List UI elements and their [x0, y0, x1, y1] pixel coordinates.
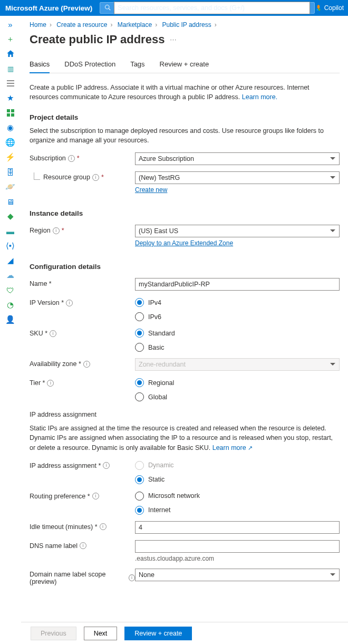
- rail-sql-icon[interactable]: 🗄: [5, 167, 16, 177]
- copilot-icon: [315, 4, 322, 12]
- tier-label: Tier * i: [30, 377, 135, 387]
- idle-label: Idle timeout (minutes) * i: [30, 521, 135, 531]
- search-input[interactable]: [114, 2, 310, 14]
- info-icon[interactable]: i: [80, 542, 86, 549]
- scope-label: Domain name label scope (preview) i: [30, 569, 135, 585]
- breadcrumb-home[interactable]: Home: [30, 21, 46, 28]
- breadcrumb-create[interactable]: Create a resource: [56, 21, 107, 28]
- svg-rect-10: [11, 113, 14, 117]
- rail-functions-icon[interactable]: ⚡: [5, 152, 16, 162]
- idle-timeout-input[interactable]: [135, 521, 340, 534]
- more-icon[interactable]: ···: [170, 36, 177, 43]
- rail-add-icon[interactable]: ＋: [5, 34, 16, 44]
- global-search[interactable]: [100, 2, 314, 14]
- tab-tags[interactable]: Tags: [130, 60, 144, 73]
- ipv6-radio[interactable]: IPv6: [135, 312, 340, 321]
- rail-cost-icon[interactable]: ◔: [5, 300, 16, 310]
- learn-more-link[interactable]: Learn more.: [242, 93, 277, 101]
- rail-star-icon[interactable]: ★: [5, 93, 16, 103]
- rail-list-icon[interactable]: [5, 78, 16, 89]
- assign-dynamic-radio: Dynamic: [135, 461, 340, 470]
- ip-assign-help: Static IPs are assigned at the time the …: [30, 424, 340, 452]
- section-project: Project details: [30, 113, 340, 121]
- sku-label: SKU * i: [30, 328, 135, 337]
- rail-aad-icon[interactable]: ◢: [5, 255, 16, 266]
- tier-regional-radio[interactable]: Regional: [135, 378, 340, 387]
- previous-button: Previous: [31, 627, 76, 640]
- breadcrumb-pip[interactable]: Public IP address: [162, 21, 211, 28]
- rail-support-icon[interactable]: 👤: [5, 314, 16, 325]
- rail-cosmos-icon[interactable]: 🪐: [5, 181, 16, 192]
- svg-point-2: [316, 9, 318, 11]
- ipv4-radio[interactable]: IPv4: [135, 298, 340, 307]
- svg-rect-8: [11, 109, 14, 112]
- svg-rect-7: [7, 109, 10, 112]
- availability-zone-select: Zone-redundant: [135, 358, 340, 371]
- project-hint: Select the subscription to manage deploy…: [30, 127, 340, 145]
- info-icon[interactable]: i: [68, 155, 75, 162]
- dns-label: DNS name label i: [30, 540, 135, 550]
- breadcrumb-marketplace[interactable]: Marketplace: [118, 21, 152, 28]
- subscription-select[interactable]: Azure Subscription: [135, 152, 340, 165]
- rail-lb-icon[interactable]: ◆: [5, 211, 16, 222]
- rail-dashboard-icon[interactable]: ▥: [5, 63, 16, 74]
- rail-vnet-icon[interactable]: ⟨•⟩: [5, 241, 16, 251]
- info-icon[interactable]: i: [100, 523, 107, 530]
- create-new-rg-link[interactable]: Create new: [135, 186, 167, 194]
- ip-assign-title: IP address assignment: [30, 411, 340, 418]
- ipversion-label: IP Version * i: [30, 297, 135, 306]
- rail-globe-icon[interactable]: 🌐: [5, 137, 16, 148]
- tier-global-radio[interactable]: Global: [135, 392, 340, 401]
- search-icon: [104, 4, 111, 12]
- region-select[interactable]: (US) East US: [135, 225, 340, 237]
- wizard-footer: Previous Next Review + create: [21, 622, 348, 644]
- info-icon[interactable]: i: [129, 574, 135, 581]
- info-icon[interactable]: i: [66, 300, 73, 306]
- rail-home-icon[interactable]: [5, 49, 16, 59]
- tabs: Basics DDoS Protection Tags Review + cre…: [30, 60, 340, 73]
- dns-suffix: .eastus.cloudapp.azure.com: [135, 555, 340, 562]
- assign-static-radio[interactable]: Static: [135, 475, 340, 484]
- rail-grid-icon[interactable]: [5, 108, 16, 118]
- sku-basic-radio[interactable]: Basic: [135, 343, 340, 352]
- review-create-button[interactable]: Review + create: [124, 627, 192, 640]
- rail-circle-icon[interactable]: ◉: [5, 122, 16, 133]
- rail-monitor-icon[interactable]: ☁: [5, 270, 16, 281]
- resource-group-select[interactable]: (New) TestRG: [135, 171, 340, 184]
- svg-point-3: [318, 9, 321, 11]
- rail-storage-icon[interactable]: ▬: [5, 226, 16, 236]
- info-icon[interactable]: i: [53, 227, 60, 234]
- scope-select[interactable]: None: [135, 569, 340, 581]
- assign-learn-link[interactable]: Learn more: [212, 444, 253, 451]
- dns-label-input[interactable]: [135, 540, 340, 553]
- section-instance: Instance details: [30, 209, 340, 217]
- az-label: Availability zone * i: [30, 358, 135, 368]
- next-button[interactable]: Next: [84, 627, 118, 640]
- sku-standard-radio[interactable]: Standard: [135, 329, 340, 338]
- info-icon[interactable]: i: [50, 330, 56, 337]
- routing-internet-radio[interactable]: Internet: [135, 506, 340, 515]
- name-input[interactable]: [135, 278, 340, 291]
- info-icon[interactable]: i: [92, 174, 99, 181]
- routing-ms-radio[interactable]: Microsoft network: [135, 492, 340, 501]
- region-label: Region i *: [30, 225, 135, 234]
- rail-advisor-icon[interactable]: 🛡: [5, 285, 16, 295]
- name-label: Name *: [30, 278, 135, 287]
- tab-ddos[interactable]: DDoS Protection: [64, 60, 115, 73]
- routing-label: Routing preference * i: [30, 491, 135, 500]
- rail-expand-icon[interactable]: »: [5, 19, 16, 30]
- left-rail: » ＋ ▥ ★ ◉ 🌐 ⚡ 🗄 🪐 🖥 ◆ ▬ ⟨•⟩ ◢ ☁ 🛡 ◔ 👤: [0, 16, 21, 644]
- content-area: Home› Create a resource› Marketplace› Pu…: [21, 16, 348, 623]
- tab-basics[interactable]: Basics: [30, 60, 50, 73]
- rail-vm-icon[interactable]: 🖥: [5, 196, 16, 207]
- info-icon[interactable]: i: [47, 380, 54, 387]
- page-title: Create public IP address ···: [30, 33, 340, 46]
- info-icon[interactable]: i: [92, 493, 99, 499]
- extended-zone-link[interactable]: Deploy to an Azure Extended Zone: [135, 239, 233, 247]
- copilot-button[interactable]: Copilot: [315, 4, 344, 12]
- info-icon[interactable]: i: [103, 462, 110, 469]
- info-icon[interactable]: i: [83, 361, 90, 368]
- tab-review[interactable]: Review + create: [160, 60, 209, 73]
- svg-line-1: [109, 8, 111, 10]
- intro-text: Create a public IP address. Associate it…: [30, 83, 340, 102]
